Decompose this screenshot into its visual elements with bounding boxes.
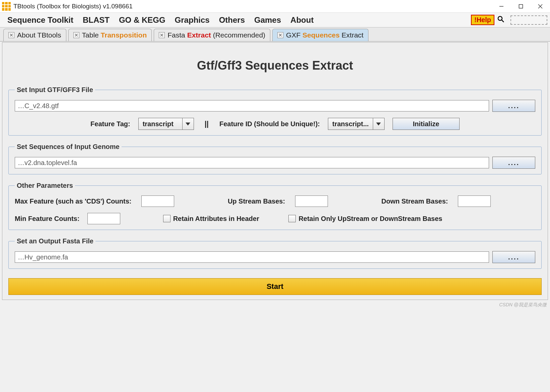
start-button[interactable]: Start xyxy=(8,278,542,295)
maximize-button[interactable] xyxy=(511,0,531,13)
chevron-down-icon xyxy=(373,118,384,130)
watermark: CSDN @我是菜鸟央微 xyxy=(0,301,550,309)
menu-about[interactable]: About xyxy=(286,14,318,26)
page-title: Gtf/Gff3 Sequences Extract xyxy=(8,59,542,73)
output-fasta-file-field[interactable] xyxy=(15,251,489,263)
drop-zone[interactable] xyxy=(510,15,547,25)
initialize-button[interactable]: Initialize xyxy=(393,118,460,130)
group-input-genome: Set Sequences of Input Genome .... xyxy=(8,143,542,174)
tab-3[interactable]: ✕GXF Sequences Extract xyxy=(272,29,368,41)
menu-sequence-toolkit[interactable]: Sequence Toolkit xyxy=(3,14,78,26)
window-title: TBtools (Toolbox for Biologists) v1.0986… xyxy=(13,3,133,10)
up-stream-label: Up Stream Bases: xyxy=(228,198,285,205)
max-feature-label: Max Feature (such as 'CDS') Counts: xyxy=(15,198,131,205)
tab-label: Table Transposition xyxy=(82,31,147,39)
min-feature-label: Min Feature Counts: xyxy=(15,215,79,223)
retain-attr-label: Retain Attributes in Header xyxy=(173,215,259,223)
menu-others[interactable]: Others xyxy=(214,14,250,26)
down-stream-field[interactable] xyxy=(458,195,491,207)
svg-rect-1 xyxy=(519,4,523,8)
checkbox-icon xyxy=(163,215,170,222)
tab-1[interactable]: ✕Table Transposition xyxy=(68,29,152,41)
close-icon[interactable]: ✕ xyxy=(8,32,14,38)
help-button[interactable]: !Help xyxy=(471,15,494,25)
feature-id-select[interactable]: transcript... xyxy=(328,118,385,130)
group-output-fasta-legend: Set an Output Fasta File xyxy=(15,237,95,245)
checkbox-icon xyxy=(288,215,296,222)
main-panel: Gtf/Gff3 Sequences Extract Set Input GTF… xyxy=(2,42,548,300)
feature-id-label: Feature ID (Should be Unique!): xyxy=(219,120,320,128)
tab-label: About TBtools xyxy=(17,31,61,39)
tab-label: Fasta Extract (Recommended) xyxy=(167,31,265,39)
window-title-bar: TBtools (Toolbox for Biologists) v1.0986… xyxy=(0,0,550,13)
search-icon[interactable] xyxy=(497,15,504,25)
tab-label: GXF Sequences Extract xyxy=(286,31,363,39)
close-icon[interactable]: ✕ xyxy=(73,32,79,38)
menu-games[interactable]: Games xyxy=(250,14,286,26)
app-icon xyxy=(2,2,11,11)
close-window-button[interactable] xyxy=(531,0,550,13)
group-input-gtf-legend: Set Input GTF/GFF3 File xyxy=(15,86,95,94)
divider-pipe: || xyxy=(202,120,211,128)
max-feature-field[interactable] xyxy=(141,195,174,207)
feature-tag-select[interactable]: transcript xyxy=(138,118,194,130)
browse-gtf-button[interactable]: .... xyxy=(492,100,535,112)
svg-point-4 xyxy=(498,16,502,20)
tab-0[interactable]: ✕About TBtools xyxy=(3,29,66,41)
menu-bar: Sequence Toolkit BLAST GO & KEGG Graphic… xyxy=(0,13,550,27)
feature-tag-label: Feature Tag: xyxy=(90,120,130,128)
retain-only-checkbox[interactable]: Retain Only UpStream or DownStream Bases xyxy=(288,215,442,223)
chevron-down-icon xyxy=(182,118,194,130)
group-other-params: Other Parameters Max Feature (such as 'C… xyxy=(8,182,542,230)
close-icon[interactable]: ✕ xyxy=(159,32,165,38)
min-feature-field[interactable] xyxy=(87,213,120,224)
tab-2[interactable]: ✕Fasta Extract (Recommended) xyxy=(154,29,270,41)
minimize-button[interactable] xyxy=(492,0,511,13)
svg-line-5 xyxy=(502,20,504,22)
retain-only-label: Retain Only UpStream or DownStream Bases xyxy=(298,215,442,223)
tabs-bar: ✕About TBtools✕Table Transposition✕Fasta… xyxy=(0,27,550,42)
browse-genome-button[interactable]: .... xyxy=(492,157,535,169)
feature-id-value: transcript... xyxy=(328,118,373,130)
group-input-genome-legend: Set Sequences of Input Genome xyxy=(15,143,122,151)
close-icon[interactable]: ✕ xyxy=(277,32,283,38)
retain-attr-checkbox[interactable]: Retain Attributes in Header xyxy=(163,215,259,223)
group-output-fasta: Set an Output Fasta File .... xyxy=(8,237,542,269)
menu-go-kegg[interactable]: GO & KEGG xyxy=(114,14,170,26)
input-gtf-file-field[interactable] xyxy=(15,100,489,111)
up-stream-field[interactable] xyxy=(295,195,328,207)
group-input-gtf: Set Input GTF/GFF3 File .... Feature Tag… xyxy=(8,86,542,136)
down-stream-label: Down Stream Bases: xyxy=(381,198,448,205)
feature-tag-value: transcript xyxy=(139,118,182,130)
menu-blast[interactable]: BLAST xyxy=(78,14,114,26)
input-genome-file-field[interactable] xyxy=(15,157,489,168)
browse-output-button[interactable]: .... xyxy=(492,251,535,263)
menu-graphics[interactable]: Graphics xyxy=(170,14,214,26)
group-other-params-legend: Other Parameters xyxy=(15,182,75,189)
